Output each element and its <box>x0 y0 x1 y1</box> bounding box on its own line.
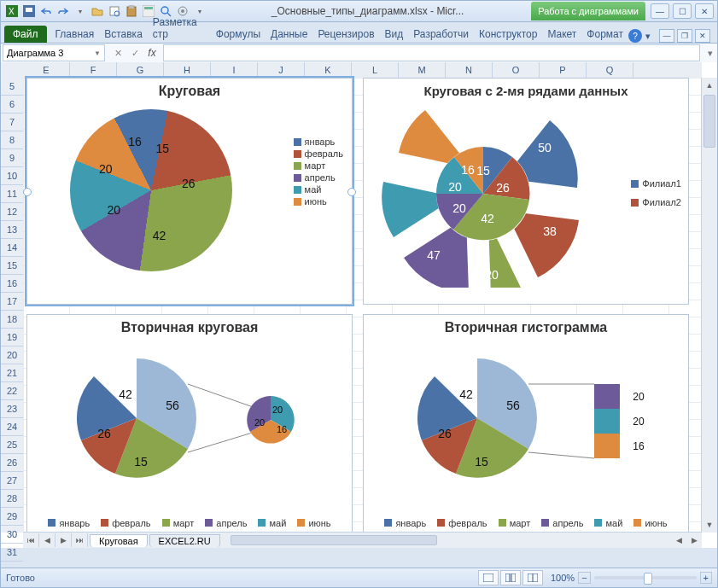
row-16[interactable]: 16 <box>1 275 23 293</box>
row-31[interactable]: 31 <box>1 544 23 562</box>
tab-insert[interactable]: Вставка <box>99 26 148 43</box>
row-22[interactable]: 22 <box>1 382 23 400</box>
row-5[interactable]: 5 <box>1 78 23 96</box>
chart-legend[interactable]: Филиал1 Филиал2 <box>631 177 681 209</box>
col-g[interactable]: G <box>117 62 164 78</box>
row-12[interactable]: 12 <box>1 203 23 221</box>
col-n[interactable]: N <box>446 62 493 78</box>
chart-legend[interactable]: январь февраль март апрель май июнь <box>294 135 343 208</box>
workbook-close-button[interactable]: ✕ <box>695 29 710 43</box>
workbook-restore-button[interactable]: ❐ <box>677 29 692 43</box>
row-18[interactable]: 18 <box>1 311 23 329</box>
view-page-break-icon[interactable] <box>522 570 543 585</box>
row-13[interactable]: 13 <box>1 221 23 239</box>
col-k[interactable]: K <box>305 62 352 78</box>
row-24[interactable]: 24 <box>1 418 23 436</box>
col-o[interactable]: O <box>493 62 540 78</box>
horizontal-scrollbar[interactable] <box>229 534 671 546</box>
sheet-tab-other[interactable]: EXCEL2.RU <box>149 534 220 547</box>
cells-canvas[interactable]: Круговая 15 26 42 20 20 16 январь феврал… <box>23 78 702 533</box>
col-h[interactable]: H <box>164 62 211 78</box>
chart-title[interactable]: Вторичная гистограмма <box>364 315 688 337</box>
ribbon-min-icon[interactable]: ▾ <box>645 31 651 42</box>
enter-formula-icon[interactable]: ✓ <box>127 45 143 61</box>
zoom-out-button[interactable]: − <box>578 572 590 584</box>
row-9[interactable]: 9 <box>1 149 23 167</box>
cancel-formula-icon[interactable]: ✕ <box>110 45 126 61</box>
select-all-button[interactable] <box>1 62 24 79</box>
row-30[interactable]: 30 <box>1 526 23 544</box>
row-17[interactable]: 17 <box>1 293 23 311</box>
vscroll-thumb[interactable] <box>703 95 715 148</box>
pie-plot[interactable]: 15 26 42 20 20 16 <box>70 109 232 271</box>
row-headers[interactable]: 5678910111213141516171819202122232425262… <box>1 78 24 533</box>
print-preview-icon[interactable] <box>107 3 122 19</box>
excel-icon[interactable]: X <box>4 3 20 19</box>
chart-legend[interactable]: январь февраль март апрель май июнь <box>364 518 688 529</box>
tab-chart-format[interactable]: Формат <box>581 26 628 43</box>
zoom-slider-knob[interactable] <box>644 573 652 585</box>
sheet-nav-last-icon[interactable]: ⏭ <box>72 533 88 547</box>
vertical-scrollbar[interactable]: ▲ ▼ <box>701 78 717 533</box>
chart-pie-of-pie[interactable]: Вторичная круговая <box>26 314 353 533</box>
row-21[interactable]: 21 <box>1 364 23 382</box>
hscroll-thumb[interactable] <box>231 535 437 545</box>
save-icon[interactable] <box>21 3 37 19</box>
row-10[interactable]: 10 <box>1 167 23 185</box>
maximize-button[interactable]: ☐ <box>673 3 692 19</box>
sheet-nav-next-icon[interactable]: ▶ <box>55 533 72 547</box>
tab-data[interactable]: Данные <box>266 26 312 43</box>
col-i[interactable]: I <box>211 62 258 78</box>
tab-chart-layout[interactable]: Макет <box>542 26 581 43</box>
row-11[interactable]: 11 <box>1 185 23 203</box>
name-box[interactable]: Диаграмма 3 ▼ <box>3 44 105 61</box>
workbook-minimize-button[interactable]: — <box>659 29 674 43</box>
row-6[interactable]: 6 <box>1 96 23 114</box>
chart-title[interactable]: Круговая с 2-мя рядами данных <box>364 79 688 100</box>
tab-file[interactable]: Файл <box>4 26 47 43</box>
col-l[interactable]: L <box>352 62 399 78</box>
chart-title[interactable]: Круговая <box>27 79 352 101</box>
redo-icon[interactable] <box>55 3 71 19</box>
tab-formulas[interactable]: Формулы <box>211 26 266 43</box>
help-icon[interactable]: ? <box>628 29 642 43</box>
row-8[interactable]: 8 <box>1 131 23 149</box>
row-7[interactable]: 7 <box>1 114 23 131</box>
row-23[interactable]: 23 <box>1 400 23 418</box>
close-button[interactable]: ✕ <box>695 3 714 19</box>
tab-page-layout[interactable]: Разметка стр <box>148 14 211 43</box>
chart-title[interactable]: Вторичная круговая <box>27 315 352 337</box>
row-27[interactable]: 27 <box>1 472 23 490</box>
col-q[interactable]: Q <box>587 62 633 78</box>
scroll-down-icon[interactable]: ▼ <box>702 517 717 533</box>
tab-developer[interactable]: Разработчи <box>408 26 474 43</box>
chart-legend[interactable]: январь февраль март апрель май июнь <box>27 518 352 529</box>
undo-icon[interactable] <box>38 3 54 19</box>
tab-home[interactable]: Главная <box>50 26 100 43</box>
fx-icon[interactable]: fx <box>144 45 160 61</box>
col-j[interactable]: J <box>258 62 305 78</box>
open-icon[interactable] <box>90 3 105 19</box>
row-19[interactable]: 19 <box>1 329 23 346</box>
row-25[interactable]: 25 <box>1 436 23 454</box>
sheet-tab-active[interactable]: Круговая <box>90 534 148 547</box>
tab-view[interactable]: Вид <box>380 26 409 43</box>
view-page-layout-icon[interactable] <box>500 570 521 585</box>
zoom-slider[interactable] <box>594 576 697 579</box>
col-f[interactable]: F <box>70 62 117 78</box>
tab-chart-design[interactable]: Конструктор <box>474 26 542 43</box>
row-29[interactable]: 29 <box>1 508 23 526</box>
paste-icon[interactable] <box>124 3 139 19</box>
col-p[interactable]: P <box>540 62 587 78</box>
column-headers[interactable]: E F G H I J K L M N O P Q <box>23 62 702 79</box>
chart-bar-of-pie[interactable]: Вторичная гистограмма <box>363 314 689 533</box>
two-ring-plot[interactable] <box>372 100 594 288</box>
name-box-dropdown-icon[interactable]: ▼ <box>94 49 101 57</box>
chart-pie-two-series[interactable]: Круговая с 2-мя рядами данных <box>363 78 689 305</box>
zoom-in-button[interactable]: + <box>700 572 712 584</box>
row-14[interactable]: 14 <box>1 239 23 257</box>
pie-of-pie-plot[interactable] <box>27 337 353 499</box>
sheet-nav-prev-icon[interactable]: ◀ <box>39 533 55 547</box>
row-15[interactable]: 15 <box>1 257 23 275</box>
col-e[interactable]: E <box>23 62 70 78</box>
